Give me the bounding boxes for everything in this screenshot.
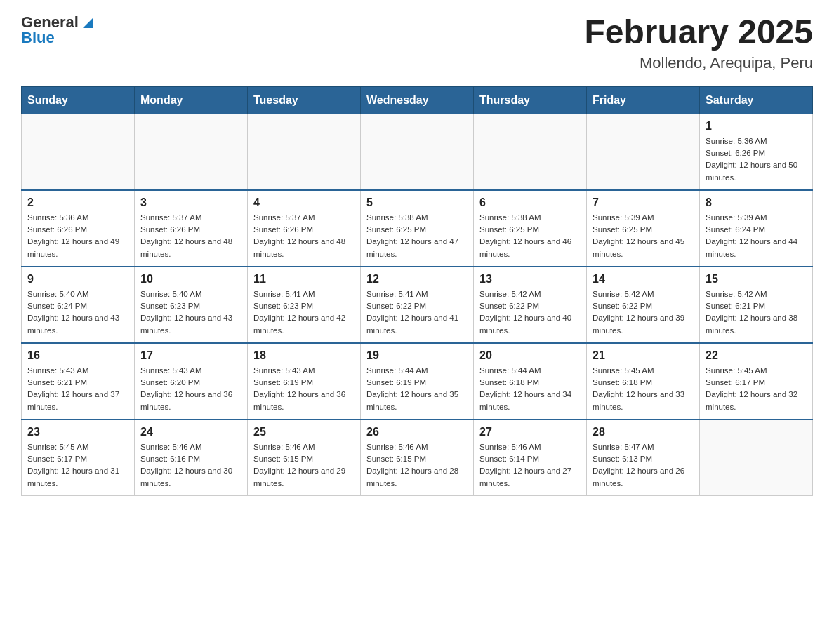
day-info: Sunrise: 5:42 AMSunset: 6:21 PMDaylight:… — [706, 288, 807, 337]
calendar-cell: 14Sunrise: 5:42 AMSunset: 6:22 PMDayligh… — [587, 267, 700, 343]
calendar-cell: 2Sunrise: 5:36 AMSunset: 6:26 PMDaylight… — [22, 190, 135, 267]
day-number: 5 — [366, 196, 468, 209]
calendar-cell — [361, 114, 474, 190]
col-monday: Monday — [135, 86, 248, 114]
location-subtitle: Mollendo, Arequipa, Peru — [584, 54, 813, 72]
day-info: Sunrise: 5:47 AMSunset: 6:13 PMDaylight:… — [593, 441, 694, 490]
calendar-table: Sunday Monday Tuesday Wednesday Thursday… — [21, 86, 813, 496]
day-number: 16 — [27, 349, 128, 362]
day-info: Sunrise: 5:36 AMSunset: 6:26 PMDaylight:… — [27, 212, 128, 260]
day-number: 10 — [140, 273, 241, 286]
month-title: February 2025 — [584, 14, 813, 51]
calendar-cell: 28Sunrise: 5:47 AMSunset: 6:13 PMDayligh… — [587, 420, 700, 496]
calendar-cell: 4Sunrise: 5:37 AMSunset: 6:26 PMDaylight… — [248, 190, 361, 267]
calendar-cell: 12Sunrise: 5:41 AMSunset: 6:22 PMDayligh… — [361, 267, 474, 343]
day-info: Sunrise: 5:46 AMSunset: 6:16 PMDaylight:… — [140, 441, 241, 490]
calendar-cell: 6Sunrise: 5:38 AMSunset: 6:25 PMDaylight… — [474, 190, 587, 267]
day-number: 21 — [593, 349, 694, 362]
calendar-cell: 24Sunrise: 5:46 AMSunset: 6:16 PMDayligh… — [135, 420, 248, 496]
col-friday: Friday — [587, 86, 700, 114]
day-number: 27 — [479, 426, 581, 438]
day-number: 17 — [140, 349, 241, 362]
day-number: 11 — [253, 273, 355, 286]
calendar-cell — [22, 114, 135, 190]
day-number: 8 — [706, 196, 807, 209]
day-info: Sunrise: 5:46 AMSunset: 6:15 PMDaylight:… — [366, 441, 468, 490]
day-info: Sunrise: 5:40 AMSunset: 6:24 PMDaylight:… — [27, 288, 128, 337]
day-info: Sunrise: 5:39 AMSunset: 6:24 PMDaylight:… — [706, 212, 807, 260]
calendar-cell: 23Sunrise: 5:45 AMSunset: 6:17 PMDayligh… — [22, 420, 135, 496]
day-number: 19 — [366, 349, 468, 362]
day-info: Sunrise: 5:38 AMSunset: 6:25 PMDaylight:… — [366, 212, 468, 260]
calendar-cell: 25Sunrise: 5:46 AMSunset: 6:15 PMDayligh… — [248, 420, 361, 496]
calendar-cell: 7Sunrise: 5:39 AMSunset: 6:25 PMDaylight… — [587, 190, 700, 267]
calendar-week-row-1: 2Sunrise: 5:36 AMSunset: 6:26 PMDaylight… — [22, 190, 813, 267]
day-info: Sunrise: 5:45 AMSunset: 6:18 PMDaylight:… — [593, 365, 694, 413]
calendar-cell — [135, 114, 248, 190]
day-info: Sunrise: 5:42 AMSunset: 6:22 PMDaylight:… — [593, 288, 694, 337]
day-info: Sunrise: 5:40 AMSunset: 6:23 PMDaylight:… — [140, 288, 241, 337]
calendar-cell: 1Sunrise: 5:36 AMSunset: 6:26 PMDaylight… — [700, 114, 813, 190]
col-sunday: Sunday — [22, 86, 135, 114]
calendar-cell: 5Sunrise: 5:38 AMSunset: 6:25 PMDaylight… — [361, 190, 474, 267]
calendar-header-row: Sunday Monday Tuesday Wednesday Thursday… — [22, 86, 813, 114]
col-tuesday: Tuesday — [248, 86, 361, 114]
day-info: Sunrise: 5:45 AMSunset: 6:17 PMDaylight:… — [27, 441, 128, 490]
calendar-cell: 16Sunrise: 5:43 AMSunset: 6:21 PMDayligh… — [22, 343, 135, 420]
day-number: 1 — [706, 120, 807, 133]
page-header: General Blue February 2025 Mollendo, Are… — [21, 14, 813, 72]
col-wednesday: Wednesday — [361, 86, 474, 114]
calendar-cell: 18Sunrise: 5:43 AMSunset: 6:19 PMDayligh… — [248, 343, 361, 420]
day-info: Sunrise: 5:38 AMSunset: 6:25 PMDaylight:… — [479, 212, 581, 260]
calendar-cell — [700, 420, 813, 496]
calendar-cell: 27Sunrise: 5:46 AMSunset: 6:14 PMDayligh… — [474, 420, 587, 496]
calendar-cell — [248, 114, 361, 190]
day-number: 6 — [479, 196, 581, 209]
day-number: 20 — [479, 349, 581, 362]
calendar-week-row-3: 16Sunrise: 5:43 AMSunset: 6:21 PMDayligh… — [22, 343, 813, 420]
calendar-cell: 9Sunrise: 5:40 AMSunset: 6:24 PMDaylight… — [22, 267, 135, 343]
calendar-week-row-2: 9Sunrise: 5:40 AMSunset: 6:24 PMDaylight… — [22, 267, 813, 343]
day-info: Sunrise: 5:43 AMSunset: 6:19 PMDaylight:… — [253, 365, 355, 413]
day-info: Sunrise: 5:41 AMSunset: 6:22 PMDaylight:… — [366, 288, 468, 337]
day-number: 14 — [593, 273, 694, 286]
calendar-cell: 26Sunrise: 5:46 AMSunset: 6:15 PMDayligh… — [361, 420, 474, 496]
day-number: 28 — [593, 426, 694, 438]
day-info: Sunrise: 5:46 AMSunset: 6:15 PMDaylight:… — [253, 441, 355, 490]
day-info: Sunrise: 5:39 AMSunset: 6:25 PMDaylight:… — [593, 212, 694, 260]
day-info: Sunrise: 5:45 AMSunset: 6:17 PMDaylight:… — [706, 365, 807, 413]
day-number: 26 — [366, 426, 468, 438]
logo-blue: Blue — [21, 29, 95, 46]
day-number: 4 — [253, 196, 355, 209]
calendar-cell: 3Sunrise: 5:37 AMSunset: 6:26 PMDaylight… — [135, 190, 248, 267]
day-info: Sunrise: 5:43 AMSunset: 6:21 PMDaylight:… — [27, 365, 128, 413]
day-number: 3 — [140, 196, 241, 209]
logo: General Blue — [21, 14, 95, 46]
calendar-cell — [587, 114, 700, 190]
calendar-cell: 22Sunrise: 5:45 AMSunset: 6:17 PMDayligh… — [700, 343, 813, 420]
calendar-cell: 21Sunrise: 5:45 AMSunset: 6:18 PMDayligh… — [587, 343, 700, 420]
day-number: 22 — [706, 349, 807, 362]
title-block: February 2025 Mollendo, Arequipa, Peru — [584, 14, 813, 72]
day-info: Sunrise: 5:37 AMSunset: 6:26 PMDaylight:… — [253, 212, 355, 260]
svg-marker-0 — [83, 18, 93, 28]
day-number: 15 — [706, 273, 807, 286]
day-number: 7 — [593, 196, 694, 209]
calendar-week-row-0: 1Sunrise: 5:36 AMSunset: 6:26 PMDaylight… — [22, 114, 813, 190]
day-info: Sunrise: 5:43 AMSunset: 6:20 PMDaylight:… — [140, 365, 241, 413]
day-number: 18 — [253, 349, 355, 362]
day-number: 24 — [140, 426, 241, 438]
calendar-cell: 19Sunrise: 5:44 AMSunset: 6:19 PMDayligh… — [361, 343, 474, 420]
day-info: Sunrise: 5:42 AMSunset: 6:22 PMDaylight:… — [479, 288, 581, 337]
calendar-cell: 10Sunrise: 5:40 AMSunset: 6:23 PMDayligh… — [135, 267, 248, 343]
calendar-cell: 15Sunrise: 5:42 AMSunset: 6:21 PMDayligh… — [700, 267, 813, 343]
day-number: 2 — [27, 196, 128, 209]
calendar-cell — [474, 114, 587, 190]
day-info: Sunrise: 5:37 AMSunset: 6:26 PMDaylight:… — [140, 212, 241, 260]
day-info: Sunrise: 5:41 AMSunset: 6:23 PMDaylight:… — [253, 288, 355, 337]
calendar-cell: 8Sunrise: 5:39 AMSunset: 6:24 PMDaylight… — [700, 190, 813, 267]
calendar-cell: 13Sunrise: 5:42 AMSunset: 6:22 PMDayligh… — [474, 267, 587, 343]
calendar-cell: 17Sunrise: 5:43 AMSunset: 6:20 PMDayligh… — [135, 343, 248, 420]
day-number: 25 — [253, 426, 355, 438]
col-saturday: Saturday — [700, 86, 813, 114]
